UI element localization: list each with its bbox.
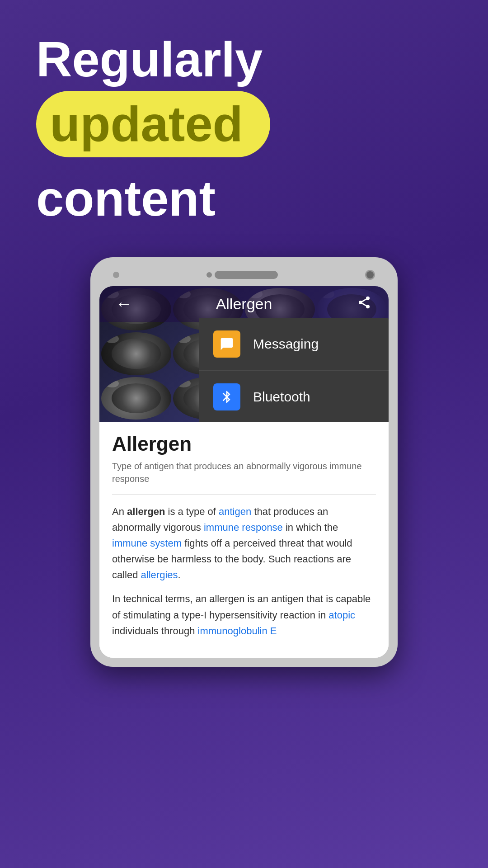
app-bar: ← Allergen [99,286,389,322]
atopic-link[interactable]: atopic [328,609,355,621]
bluetooth-icon [213,383,240,410]
svg-line-3 [362,303,366,306]
svg-point-2 [366,305,370,308]
app-bar-title: Allergen [216,295,272,313]
page-background: Regularly updated content [0,0,488,667]
article-body-2: In technical terms, an allergen is an an… [112,591,376,639]
bluetooth-label: Bluetooth [253,389,310,405]
share-menu: Messaging Bluetooth [199,318,389,422]
header-section: Regularly updated content [0,0,488,244]
antigen-link[interactable]: antigen [219,506,251,517]
article-divider [112,494,376,495]
header-line3: content [36,171,452,226]
share-button[interactable] [351,295,378,313]
article-body-1: An allergen is a type of antigen that pr… [112,504,376,583]
header-pill: updated [36,91,270,157]
app-bar-content: ← Allergen [110,294,378,314]
article-content: Allergen Type of antigen that produces a… [99,422,389,658]
phone-dot-left [113,272,119,278]
article-title: Allergen [112,433,376,455]
pollen-cell [101,332,171,375]
svg-point-1 [359,301,362,304]
phone-top-bar [99,266,389,286]
svg-point-0 [366,296,370,300]
svg-line-4 [362,299,366,301]
phone-camera [365,270,375,280]
share-menu-item-bluetooth[interactable]: Bluetooth [199,371,389,422]
messaging-label: Messaging [253,336,319,352]
allergies-link[interactable]: allergies [141,569,178,580]
back-button[interactable]: ← [110,294,137,314]
share-menu-item-messaging[interactable]: Messaging [199,318,389,371]
phone-frame: ← Allergen [90,257,398,667]
immune-response-link[interactable]: immune response [204,522,283,533]
immune-system-link[interactable]: immune system [112,538,182,549]
header-line1: Regularly [36,32,452,86]
pollen-cell [101,377,171,420]
allergen-bold: allergen [127,506,165,517]
header-line2: updated [50,96,243,151]
article-subtitle: Type of antigen that produces an abnorma… [112,460,376,485]
immunoglobulin-link[interactable]: immunoglobulin E [198,625,277,637]
allergen-image: ← Allergen [99,286,389,422]
phone-mockup: ← Allergen [90,257,398,667]
messaging-icon [213,330,240,358]
phone-speaker [215,271,278,279]
phone-screen: ← Allergen [99,286,389,658]
